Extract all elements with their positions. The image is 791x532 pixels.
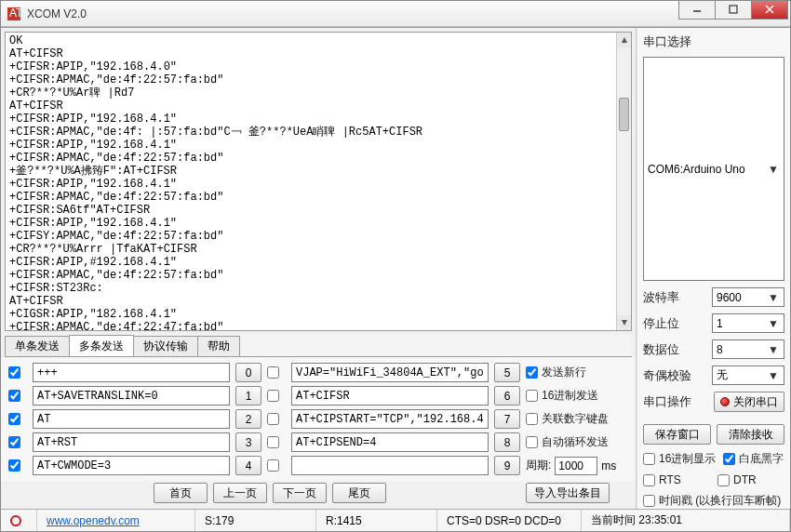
parity-label: 奇偶校验 — [643, 367, 691, 384]
command-input-a-2[interactable] — [33, 409, 230, 429]
next-page-button[interactable]: 下一页 — [273, 483, 327, 503]
period-input[interactable] — [555, 457, 597, 475]
timestamp-checkbox[interactable]: 时间戳 (以换行回车断帧) — [643, 493, 784, 509]
stopbits-select[interactable]: 1▼ — [712, 313, 784, 333]
stopbits-label: 停止位 — [643, 315, 679, 332]
command-input-b-2[interactable] — [291, 409, 489, 429]
option-1[interactable]: 16进制发送 — [526, 388, 598, 404]
tab-1[interactable]: 多条发送 — [69, 335, 134, 356]
command-input-a-4[interactable] — [33, 456, 230, 475]
command-input-b-1[interactable] — [291, 386, 489, 406]
enable-checkbox-a-3[interactable] — [8, 436, 20, 448]
command-input-b-4[interactable] — [291, 456, 489, 475]
command-input-b-3[interactable] — [291, 432, 489, 452]
save-window-button[interactable]: 保存窗口 — [643, 424, 711, 445]
current-time: 当前时间 23:35:01 — [582, 510, 790, 531]
databits-label: 数据位 — [643, 341, 679, 358]
baud-select[interactable]: 9600▼ — [712, 287, 784, 307]
maximize-button[interactable] — [715, 1, 752, 20]
close-button[interactable] — [751, 1, 788, 20]
send-button-8[interactable]: 8 — [494, 432, 520, 452]
enable-checkbox-b-4[interactable] — [267, 459, 279, 472]
enable-checkbox-b-0[interactable] — [267, 366, 279, 379]
clear-receive-button[interactable]: 清除接收 — [717, 424, 784, 445]
send-button-4[interactable]: 4 — [235, 456, 261, 475]
option-3[interactable]: 自动循环发送 — [526, 434, 609, 450]
chevron-down-icon: ▼ — [767, 343, 780, 356]
command-input-a-0[interactable] — [33, 363, 230, 382]
app-icon: ATK — [7, 7, 21, 21]
send-button-5[interactable]: 5 — [494, 363, 520, 382]
scroll-thumb[interactable] — [619, 98, 629, 131]
status-indicator — [1, 510, 37, 531]
hex-display-checkbox[interactable]: 16进制显示 — [643, 451, 716, 467]
port-value: COM6:Arduino Uno — [648, 163, 745, 176]
svg-text:ATK: ATK — [9, 7, 21, 20]
send-button-0[interactable]: 0 — [235, 363, 261, 382]
import-export-button[interactable]: 导入导出条目 — [526, 483, 610, 503]
chevron-down-icon: ▼ — [767, 317, 780, 330]
multi-send-panel: 05发送新行1616进制发送27关联数字键盘38自动循环发送49周期:ms — [1, 357, 636, 481]
send-row-3: 38自动循环发送 — [8, 432, 628, 452]
enable-checkbox-b-2[interactable] — [267, 413, 279, 425]
send-row-2: 27关联数字键盘 — [8, 409, 628, 429]
tab-0[interactable]: 单条发送 — [5, 336, 70, 356]
sent-count: S:179 — [195, 510, 316, 531]
terminal-text[interactable]: OK AT+CIFSR +CIFSR:APIP,"192.168.4.0" +C… — [6, 33, 631, 330]
send-tabs: 单条发送多条发送协议传输帮助 — [5, 335, 632, 357]
enable-checkbox-a-0[interactable] — [8, 366, 20, 379]
rts-checkbox[interactable]: RTS — [643, 473, 710, 486]
chevron-down-icon: ▼ — [767, 291, 780, 304]
scroll-down-icon[interactable]: ▾ — [617, 315, 631, 330]
enable-checkbox-a-4[interactable] — [8, 459, 20, 472]
port-select-label: 串口选择 — [643, 33, 784, 50]
last-page-button[interactable]: 尾页 — [332, 483, 386, 503]
send-button-2[interactable]: 2 — [235, 409, 261, 429]
terminal-scrollbar[interactable]: ▴ ▾ — [616, 33, 631, 330]
port-select[interactable]: COM6:Arduino Uno ▼ — [643, 57, 784, 281]
white-bg-checkbox[interactable]: 白底黑字 — [723, 451, 784, 467]
chevron-down-icon: ▼ — [767, 163, 780, 176]
enable-checkbox-b-3[interactable] — [267, 436, 279, 448]
port-op-label: 串口操作 — [643, 393, 691, 410]
ctrl-lines: CTS=0 DSR=0 DCD=0 — [437, 510, 582, 531]
period-setting: 周期:ms — [526, 457, 616, 475]
website-link[interactable]: www.openedv.com — [47, 514, 140, 527]
databits-select[interactable]: 8▼ — [712, 339, 784, 359]
send-button-7[interactable]: 7 — [494, 409, 520, 429]
send-button-3[interactable]: 3 — [235, 432, 261, 452]
circle-icon — [10, 515, 21, 526]
command-input-a-3[interactable] — [33, 432, 230, 452]
svg-rect-3 — [730, 6, 737, 13]
option-0[interactable]: 发送新行 — [526, 365, 586, 380]
send-button-9[interactable]: 9 — [494, 456, 520, 475]
dtr-checkbox[interactable]: DTR — [717, 473, 784, 486]
prev-page-button[interactable]: 上一页 — [213, 483, 267, 503]
minimize-button[interactable] — [678, 1, 716, 20]
status-bar: www.openedv.com S:179 R:1415 CTS=0 DSR=0… — [1, 509, 790, 531]
command-input-b-0[interactable] — [291, 363, 489, 382]
command-input-a-1[interactable] — [33, 386, 230, 406]
titlebar: ATK XCOM V2.0 — [1, 1, 790, 27]
first-page-button[interactable]: 首页 — [154, 483, 208, 503]
send-button-6[interactable]: 6 — [494, 386, 520, 406]
terminal-output: OK AT+CIFSR +CIFSR:APIP,"192.168.4.0" +C… — [5, 32, 632, 331]
baud-label: 波特率 — [643, 289, 679, 306]
chevron-down-icon: ▼ — [767, 369, 780, 382]
send-button-1[interactable]: 1 — [235, 386, 261, 406]
scroll-up-icon[interactable]: ▴ — [617, 33, 631, 47]
send-row-4: 49周期:ms — [8, 456, 628, 475]
enable-checkbox-a-1[interactable] — [8, 390, 20, 402]
pagination-row: 首页 上一页 下一页 尾页 导入导出条目 — [1, 481, 636, 509]
window-title: XCOM V2.0 — [27, 7, 679, 20]
tab-2[interactable]: 协议传输 — [133, 336, 198, 356]
tab-3[interactable]: 帮助 — [197, 336, 240, 356]
option-2[interactable]: 关联数字键盘 — [526, 411, 609, 427]
enable-checkbox-b-1[interactable] — [267, 390, 279, 402]
record-icon — [720, 397, 730, 406]
enable-checkbox-a-2[interactable] — [8, 413, 20, 425]
send-row-0: 05发送新行 — [8, 363, 628, 382]
parity-select[interactable]: 无▼ — [712, 366, 784, 385]
close-port-button[interactable]: 关闭串口 — [714, 392, 784, 412]
send-row-1: 1616进制发送 — [8, 386, 628, 406]
